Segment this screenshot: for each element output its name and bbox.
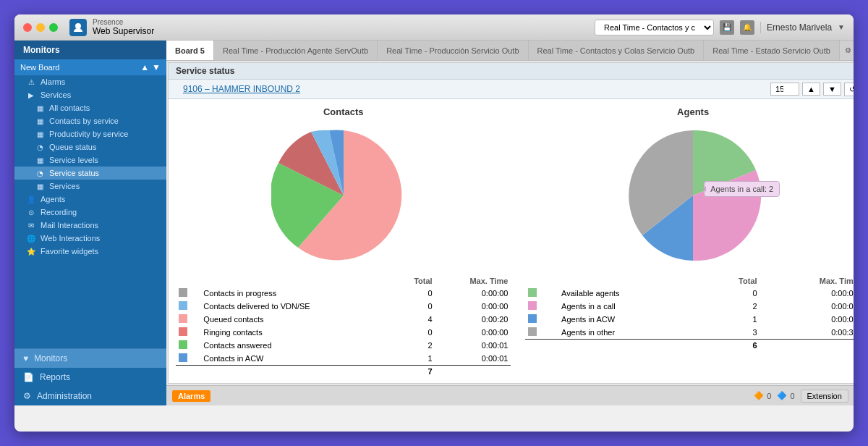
contacts-chart-section: Contacts — [176, 106, 511, 377]
sidebar-item-agents[interactable]: 👤 Agents — [14, 193, 166, 206]
contacts-total-3: 0 — [393, 326, 435, 339]
contacts-total-1: 0 — [393, 300, 435, 313]
sidebar-item-contacts-by-service[interactable]: ▦ Contacts by service — [14, 114, 166, 127]
sort-desc-icon[interactable]: ▼ — [152, 62, 161, 72]
new-board-button[interactable]: New Board — [20, 63, 59, 72]
sidebar-label-mail-interactions: Mail Interactions — [41, 221, 98, 230]
tab-contactos-colas[interactable]: Real Time - Contactos y Colas Servicio O… — [529, 41, 705, 60]
svg-point-0 — [75, 23, 81, 29]
agents-maxtime-0: 0:00:00 — [760, 287, 854, 300]
charts-area: Contacts — [169, 99, 854, 384]
contacts-label-5: Contacts in ACW — [200, 352, 393, 366]
status-icon-group-1: 🔶 0 — [754, 391, 771, 400]
contacts-maxtime-0: 0:00:00 — [435, 287, 511, 300]
contacts-maxtime-5: 0:00:01 — [435, 352, 511, 366]
status-count-1: 0 — [767, 392, 771, 400]
sidebar-item-alarms[interactable]: ⚠ Alarms — [14, 75, 166, 88]
contacts-label-2: Queued contacts — [200, 313, 393, 326]
legend-row: Agents in a call 2 0:00:01 — [525, 300, 854, 313]
sidebar-bottom-monitors[interactable]: ♥ Monitors — [14, 349, 166, 368]
status-icon-1: 🔶 — [754, 391, 764, 400]
minimize-button[interactable] — [36, 23, 45, 32]
user-dropdown-icon[interactable]: ▼ — [838, 23, 845, 31]
alarm-badge[interactable]: Alarms — [172, 390, 210, 402]
tab-settings-icon[interactable]: ⚙ — [843, 45, 854, 56]
refresh-up-button[interactable]: ▲ — [802, 83, 820, 96]
legend-row: Ringing contacts 0 0:00:00 — [176, 326, 511, 339]
tab-estado-servicio[interactable]: Real Time - Estado Servicio Outb — [704, 41, 840, 60]
legend-row: Agents in ACW 1 0:00:01 — [525, 313, 854, 326]
extension-button[interactable]: Extension — [801, 390, 848, 403]
tab-board5[interactable]: Board 5 — [166, 41, 214, 60]
contacts-total-4: 2 — [393, 339, 435, 352]
status-count-2: 0 — [790, 392, 794, 400]
status-icon-2: 🔷 — [777, 391, 787, 400]
contacts-maxtime-2: 0:00:20 — [435, 313, 511, 326]
sidebar-item-recording[interactable]: ⊙ Recording — [14, 206, 166, 219]
contacts-color-0 — [179, 288, 187, 297]
agents-legend-table: Total Max. Time Available agents 0 0:00:… — [525, 275, 854, 351]
agents-label-0: Available agents — [558, 287, 705, 300]
tab-bar: Board 5 Real Time - Producción Agente Se… — [166, 41, 854, 61]
legend-row: Contacts answered 2 0:00:01 — [176, 339, 511, 352]
sidebar-bottom: ♥ Monitors 📄 Reports ⚙ Administration — [14, 348, 166, 405]
panel-service-link[interactable]: 9106 – HAMMER INBOUND 2 — [176, 81, 307, 97]
agents-maxtime-3: 0:00:35 — [760, 326, 854, 340]
sort-asc-icon[interactable]: ▲ — [140, 62, 149, 72]
panel-top-row: Service status — [169, 63, 854, 80]
contacts-color-5 — [179, 353, 187, 362]
tab-contactos-colas-label: Real Time - Contactos y Colas Servicio O… — [537, 46, 695, 55]
refresh-input[interactable] — [770, 83, 799, 96]
tab-produccion-servicio[interactable]: Real Time - Producción Servicio Outb — [378, 41, 528, 60]
sidebar-item-mail-interactions[interactable]: ✉ Mail Interactions — [14, 219, 166, 232]
sidebar-item-web-interactions[interactable]: 🌐 Web Interactions — [14, 232, 166, 245]
tab-produccion-agente[interactable]: Real Time - Producción Agente ServOutb — [214, 41, 378, 60]
sidebar-item-productivity[interactable]: ▦ Productivity by service — [14, 127, 166, 140]
refresh-reset-button[interactable]: ↺ — [844, 83, 854, 96]
save-icon[interactable]: 💾 — [720, 20, 734, 35]
contacts-label-4: Contacts answered — [200, 339, 393, 352]
sidebar-item-queue-status[interactable]: ◔ Queue status — [14, 140, 166, 153]
sidebar-item-services-sub[interactable]: ▦ Services — [14, 180, 166, 193]
agents-total-3: 3 — [705, 326, 760, 340]
bell-icon[interactable]: 🔔 — [740, 20, 754, 35]
contacts-maxtime-3: 0:00:00 — [435, 326, 511, 339]
refresh-down-button[interactable]: ▼ — [823, 83, 841, 96]
sidebar-item-service-status[interactable]: ◔ Service status — [14, 167, 166, 180]
agents-label-3: Agents in other — [558, 326, 705, 340]
sidebar-bottom-administration[interactable]: ⚙ Administration — [14, 387, 166, 405]
sidebar-item-services[interactable]: ▶ Services — [14, 88, 166, 101]
title-bar: Presence Web Supervisor Real Time - Cont… — [14, 14, 854, 41]
sidebar-label-agents: Agents — [41, 195, 65, 203]
administration-bottom-icon: ⚙ — [23, 391, 31, 401]
agents-grand-total: 6 — [705, 340, 760, 352]
sidebar-bottom-reports[interactable]: 📄 Reports — [14, 368, 166, 387]
sidebar-item-favorite-widgets[interactable]: ⭐ Favorite widgets — [14, 245, 166, 258]
agents-icon: 👤 — [26, 195, 36, 203]
legend-row: Contacts in progress 0 0:00:00 — [176, 287, 511, 300]
favorite-widgets-icon: ⭐ — [26, 248, 36, 256]
realtime-dropdown[interactable]: Real Time - Contactos y c — [595, 20, 714, 35]
tab-board5-label: Board 5 — [175, 46, 205, 55]
sidebar-bottom-label-administration: Administration — [37, 391, 92, 401]
services-icon: ▶ — [26, 91, 36, 99]
contacts-label-0: Contacts in progress — [200, 287, 393, 300]
sidebar-bottom-label-reports: Reports — [40, 372, 70, 382]
sidebar-label-contacts-by-service: Contacts by service — [49, 117, 119, 125]
sidebar-item-service-levels[interactable]: ▦ Service levels — [14, 153, 166, 167]
maximize-button[interactable] — [49, 23, 58, 32]
new-board-bar: New Board ▲ ▼ — [14, 59, 166, 75]
content-area: Board 5 Real Time - Producción Agente Se… — [166, 41, 854, 405]
close-button[interactable] — [23, 23, 32, 32]
sidebar-item-all-contacts[interactable]: ▦ All contacts — [14, 101, 166, 114]
agents-color-1 — [528, 301, 537, 310]
agents-chart-section: Agents — [525, 106, 854, 377]
traffic-lights — [23, 23, 58, 32]
sidebar-label-services-sub: Services — [49, 182, 80, 190]
tab-produccion-agente-label: Real Time - Producción Agente ServOutb — [223, 46, 368, 55]
agents-chart-container: Agents in a call: 2 — [621, 123, 765, 268]
legend-row: Contacts in ACW 1 0:00:01 — [176, 352, 511, 366]
sidebar-bottom-label-monitors: Monitors — [34, 353, 67, 363]
legend-row: Contacts delivered to VDN/SE 0 0:00:00 — [176, 300, 511, 313]
tab-produccion-servicio-label: Real Time - Producción Servicio Outb — [386, 46, 519, 55]
